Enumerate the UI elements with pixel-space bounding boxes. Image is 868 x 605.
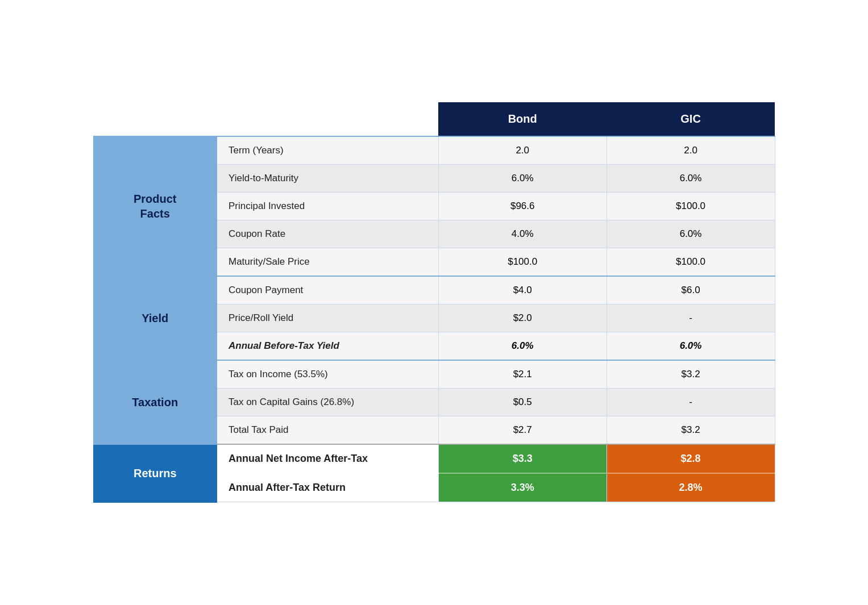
value-bond-returns-2: 3.3% <box>438 473 607 502</box>
table-row: ProductFacts Term (Years) 2.0 2.0 <box>94 136 775 165</box>
section-label-returns: Returns <box>94 444 217 502</box>
row-label: Maturity/Sale Price <box>217 248 438 277</box>
value-bond: $2.1 <box>438 360 607 389</box>
value-bond: $4.0 <box>438 276 607 304</box>
row-label: Price/Roll Yield <box>217 304 438 332</box>
comparison-table: Bond GIC ProductFacts Term (Years) 2.0 2… <box>93 102 775 503</box>
row-label: Total Tax Paid <box>217 416 438 445</box>
value-bond: 6.0% <box>438 165 607 193</box>
header-empty <box>94 102 217 136</box>
table-row: Returns Annual Net Income After-Tax $3.3… <box>94 444 775 473</box>
row-label: Yield-to-Maturity <box>217 165 438 193</box>
value-gic: 6.0% <box>607 165 775 193</box>
table-row: Yield Coupon Payment $4.0 $6.0 <box>94 276 775 304</box>
value-gic: 2.0 <box>607 136 775 165</box>
value-gic: $3.2 <box>607 360 775 389</box>
value-bond-bold: 6.0% <box>438 332 607 361</box>
table-row: Taxation Tax on Income (53.5%) $2.1 $3.2 <box>94 360 775 389</box>
row-label-bold: Annual Before-Tax Yield <box>217 332 438 361</box>
section-label-yield: Yield <box>94 276 217 360</box>
value-gic-returns: $2.8 <box>607 444 775 473</box>
row-label-returns: Annual Net Income After-Tax <box>217 444 438 473</box>
value-bond: 2.0 <box>438 136 607 165</box>
value-gic: - <box>607 389 775 416</box>
value-gic-returns-2: 2.8% <box>607 473 775 502</box>
section-label-product-facts: ProductFacts <box>94 136 217 276</box>
row-label: Coupon Payment <box>217 276 438 304</box>
value-bond: $100.0 <box>438 248 607 277</box>
row-label: Principal Invested <box>217 193 438 220</box>
value-bond: $2.0 <box>438 304 607 332</box>
header-description <box>217 102 438 136</box>
value-bond: $2.7 <box>438 416 607 445</box>
row-label: Tax on Income (53.5%) <box>217 360 438 389</box>
section-label-taxation: Taxation <box>94 360 217 444</box>
header-bond: Bond <box>438 102 607 136</box>
row-label: Coupon Rate <box>217 220 438 248</box>
value-bond: 4.0% <box>438 220 607 248</box>
value-gic: $3.2 <box>607 416 775 445</box>
value-bond: $0.5 <box>438 389 607 416</box>
value-gic-bold: 6.0% <box>607 332 775 361</box>
value-gic: $100.0 <box>607 193 775 220</box>
value-bond: $96.6 <box>438 193 607 220</box>
header-gic: GIC <box>607 102 775 136</box>
value-bond-returns: $3.3 <box>438 444 607 473</box>
value-gic: 6.0% <box>607 220 775 248</box>
value-gic: $100.0 <box>607 248 775 277</box>
row-label: Term (Years) <box>217 136 438 165</box>
row-label-returns-2: Annual After-Tax Return <box>217 473 438 502</box>
value-gic: $6.0 <box>607 276 775 304</box>
value-gic: - <box>607 304 775 332</box>
row-label: Tax on Capital Gains (26.8%) <box>217 389 438 416</box>
